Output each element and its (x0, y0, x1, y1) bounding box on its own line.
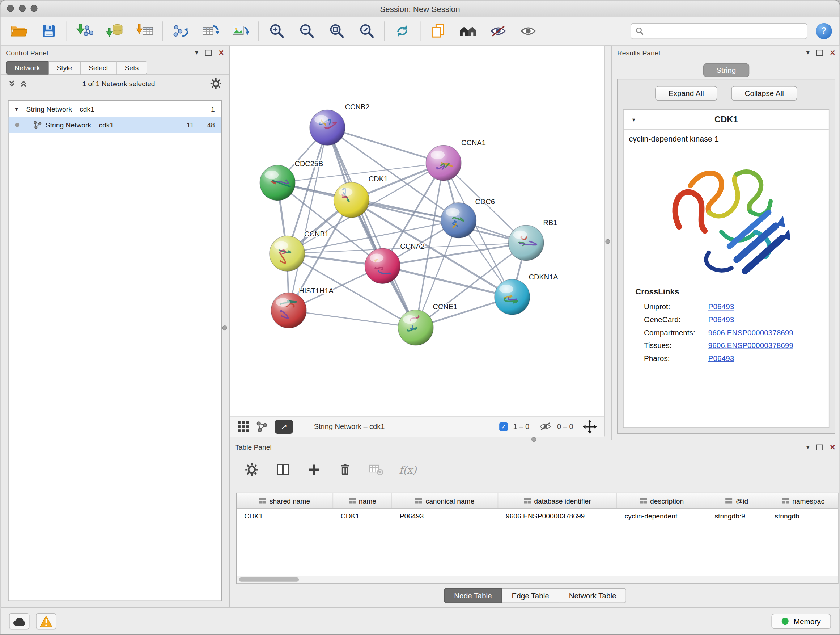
hide-selected-button[interactable] (485, 19, 511, 43)
column-header-database-identifier[interactable]: database identifier (498, 493, 617, 508)
tab-node-table[interactable]: Node Table (444, 588, 502, 603)
import-network-file-button[interactable] (72, 19, 97, 43)
network-edge-CCNA2-CDKN1A[interactable] (382, 266, 512, 297)
show-all-button[interactable] (515, 19, 541, 43)
splitter-handle[interactable] (531, 437, 536, 442)
crosslink-link[interactable]: P06493 (708, 354, 734, 363)
check-glyph: ✓ (501, 423, 506, 431)
panel-close-icon[interactable]: × (218, 48, 224, 57)
column-header-namespace[interactable]: namespac (767, 493, 838, 508)
network-node-HIST1H1A[interactable] (271, 293, 306, 328)
column-header-canonical-name[interactable]: canonical name (392, 493, 498, 508)
delete-table-button[interactable] (368, 462, 384, 478)
panel-collapse-icon[interactable]: ▾ (195, 49, 198, 56)
network-node-CDKN1A[interactable] (494, 279, 530, 315)
network-node-CCNB2[interactable] (309, 110, 345, 146)
network-node-CCNB1[interactable] (270, 236, 305, 272)
warnings-button[interactable] (36, 613, 56, 629)
memory-button[interactable]: Memory (772, 614, 831, 629)
tab-sets[interactable]: Sets (117, 61, 147, 74)
function-builder-button[interactable]: f(x) (399, 462, 416, 478)
toolbar-separator (420, 21, 420, 40)
refresh-view-button[interactable] (390, 19, 415, 43)
column-header-id[interactable]: @id (707, 493, 767, 508)
network-node-CCNA2[interactable] (365, 249, 400, 284)
minimize-window-button[interactable] (19, 5, 26, 11)
panel-collapse-icon[interactable]: ▾ (806, 444, 810, 450)
panel-float-icon[interactable] (816, 444, 823, 450)
export-image-button[interactable] (227, 19, 253, 43)
save-session-button[interactable] (36, 19, 62, 43)
network-share-icon[interactable] (256, 421, 268, 432)
crosslink-link[interactable]: P06493 (708, 302, 734, 311)
splitter-handle[interactable] (605, 239, 610, 244)
network-canvas[interactable]: CCNB2CCNA1CDC25BCDK1CDC6RB1CCNB1CCNA2CDK… (230, 46, 605, 416)
network-node-CDC6[interactable] (441, 203, 477, 238)
panel-float-icon[interactable] (205, 50, 212, 55)
delete-column-button[interactable] (337, 462, 353, 478)
show-columns-button[interactable] (275, 462, 291, 478)
network-row[interactable]: String Network – cdk1 11 48 (9, 117, 221, 133)
open-session-button[interactable] (6, 19, 32, 43)
network-edge-CCNE1-HIST1H1A[interactable] (289, 310, 416, 327)
network-node-CDK1[interactable] (334, 182, 369, 218)
toolbar-separator (163, 21, 163, 40)
add-column-button[interactable] (306, 462, 322, 478)
detach-view-button[interactable]: ↗ (275, 420, 293, 434)
network-collection-row[interactable]: ▾ String Network – cdk1 1 (9, 101, 221, 117)
tab-edge-table[interactable]: Edge Table (502, 588, 559, 603)
crosslink-link[interactable]: 9606.ENSP00000378699 (708, 328, 793, 337)
close-window-button[interactable] (7, 5, 14, 11)
column-header-name[interactable]: name (333, 493, 392, 508)
tab-string[interactable]: String (703, 63, 749, 78)
crosslink-link[interactable]: 9606.ENSP00000378699 (708, 341, 793, 350)
help-button[interactable]: ? (816, 23, 832, 39)
export-table-button[interactable] (197, 19, 223, 43)
zoom-window-button[interactable] (30, 5, 37, 11)
panel-collapse-icon[interactable]: ▾ (806, 49, 810, 56)
zoom-fit-button[interactable] (324, 19, 349, 43)
network-edge-CCNB2-HIST1H1A[interactable] (289, 127, 327, 310)
network-node-RB1[interactable] (508, 225, 544, 261)
collapse-all-chevron-icon[interactable] (8, 80, 16, 88)
selected-checkbox-icon[interactable]: ✓ (499, 422, 508, 431)
search-input[interactable] (647, 27, 802, 35)
expand-all-button[interactable]: Expand All (655, 86, 717, 101)
zoom-out-button[interactable] (294, 19, 319, 43)
table-settings-button[interactable] (244, 462, 260, 478)
copy-view-button[interactable] (425, 19, 451, 43)
expand-all-chevron-icon[interactable] (20, 80, 27, 88)
panel-close-icon[interactable]: × (830, 48, 835, 57)
tab-network-table[interactable]: Network Table (559, 588, 627, 603)
tab-network[interactable]: Network (6, 61, 49, 74)
protein-card-header[interactable]: ▾ CDK1 (624, 110, 829, 130)
import-network-database-button[interactable] (102, 19, 127, 43)
disclosure-triangle-icon[interactable]: ▾ (15, 105, 22, 112)
column-header-shared-name[interactable]: shared name (237, 493, 333, 508)
move-crosshair-icon[interactable] (583, 420, 597, 434)
splitter-handle[interactable] (223, 325, 227, 330)
cloud-status-button[interactable] (9, 613, 29, 629)
network-edge-CCNE1-CCNB2[interactable] (327, 127, 416, 327)
birdseye-grid-icon[interactable] (237, 421, 249, 432)
horizontal-scrollbar[interactable] (237, 576, 838, 583)
export-network-button[interactable] (168, 19, 194, 43)
panel-float-icon[interactable] (816, 50, 823, 55)
zoom-in-button[interactable] (264, 19, 289, 43)
import-table-file-button[interactable] (132, 19, 157, 43)
tab-style[interactable]: Style (49, 61, 81, 74)
browser-home-button[interactable] (455, 19, 481, 43)
network-edge-CCNB2-CCNA1[interactable] (327, 127, 444, 163)
disclosure-triangle-icon[interactable]: ▾ (632, 116, 639, 123)
crosslink-link[interactable]: P06493 (708, 315, 734, 324)
column-header-description[interactable]: description (617, 493, 707, 508)
table-row[interactable]: CDK1 CDK1 P06493 9606.ENSP00000378699 cy… (237, 509, 838, 523)
node-label-HIST1H1A: HIST1H1A (299, 287, 333, 295)
panel-close-icon[interactable]: × (830, 442, 835, 451)
results-panel-title: Results Panel (617, 49, 660, 57)
collapse-all-button[interactable]: Collapse All (731, 86, 797, 101)
tab-select[interactable]: Select (81, 61, 117, 74)
scrollbar-thumb[interactable] (239, 578, 299, 582)
zoom-selected-button[interactable] (354, 19, 379, 43)
gear-icon[interactable] (210, 78, 222, 90)
